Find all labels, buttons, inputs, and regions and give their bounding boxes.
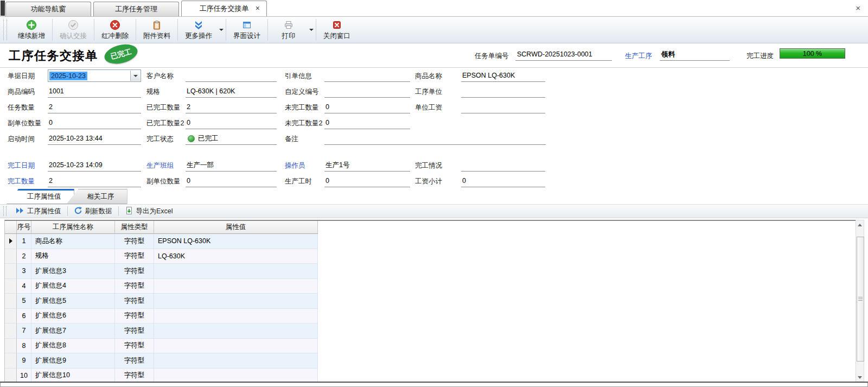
finished-qty2-field[interactable]: 0 [186,117,277,129]
production-team-field[interactable]: 生产一部 [186,159,277,172]
detail-tabbar: 工序属性值 相关工序 [0,188,868,204]
remark-label: 备注 [285,134,298,143]
export-excel-button[interactable]: 导出为Excel [120,205,178,218]
table-row[interactable]: 7 扩展信息7 字符型 [5,323,856,339]
close-window-button[interactable]: 关闭窗口 [316,18,358,42]
toolbar-grip[interactable] [3,20,7,40]
dropdown-caret-icon[interactable] [219,29,224,31]
task-no-field[interactable]: SCRWD-20251023-0001 [515,48,612,61]
aux-unit-qty2-label: 副单位数量 [146,176,181,186]
process-field[interactable]: 领料 [660,48,730,61]
scroll-down-arrow-icon[interactable] [856,373,864,382]
cell-value: EPSON LQ-630K [154,234,318,249]
cell-type: 字符型 [115,323,154,339]
finish-date-link-label[interactable]: 完工日期 [8,161,35,170]
aux-unit-qty2-field[interactable]: 0 [186,175,277,187]
toolbar-separator [67,206,68,216]
custom-no-field[interactable] [324,85,410,98]
row-selector-cell [5,323,17,339]
attachments-button[interactable]: 附件资料 [136,18,177,42]
process-unit-field[interactable] [461,85,545,98]
finish-situation-field[interactable] [461,159,545,172]
table-row[interactable]: 5 扩展信息5 字符型 [5,294,856,309]
toolbar-grip[interactable] [3,206,7,216]
finished-qty-field[interactable]: 2 [186,101,277,113]
progress-fill: 100 % [780,49,845,58]
finish-qty-field[interactable]: 2 [48,175,141,187]
table-row[interactable]: 6 扩展信息6 字符型 [5,309,856,324]
unfinished-qty-field[interactable]: 0 [324,101,410,113]
cell-type: 字符型 [115,339,154,354]
column-header-type[interactable]: 属性类型 [115,221,154,234]
wage-subtotal-field[interactable]: 0 [461,175,545,187]
cell-name: 扩展信息3 [31,264,115,279]
red-delete-button[interactable]: 红冲删除 [94,18,136,42]
tab-task-handover[interactable]: 工序任务交接单 × [181,1,267,16]
ref-info-field[interactable] [324,69,410,82]
cell-value: LQ-630K [154,249,318,264]
document-date-combobox[interactable]: 2025-10-23 [48,69,141,82]
column-header-num[interactable]: 序号 [17,221,31,234]
remark-field[interactable] [324,132,546,145]
table-row[interactable]: 9 扩展信息9 字符型 [5,353,856,369]
dropdown-caret-icon[interactable] [309,29,314,31]
column-header-name[interactable]: 工序属性名称 [31,221,115,234]
cell-num: 2 [17,249,31,264]
form-area: 单据日期 2025-10-23 客户名称 引单信息 商品名称 EPSON LQ-… [0,68,868,188]
scrollbar-thumb[interactable] [857,237,864,361]
table-row[interactable]: 4 扩展信息4 字符型 [5,279,856,294]
finish-date-field[interactable]: 2025-10-23 14:09 [48,159,141,172]
ui-design-window-icon [241,20,252,30]
tab-label: 工序任务交接单 [200,4,249,14]
tabbar-close-icon[interactable]: × [856,3,860,12]
process-link[interactable]: 生产工序 [625,52,652,61]
cell-type: 字符型 [115,279,154,294]
table-row[interactable]: 10 扩展信息10 字符型 [5,369,856,383]
combobox-selected-text: 2025-10-23 [49,72,87,80]
table-row[interactable]: 2 规格 字符型 LQ-630K [5,249,856,264]
unit-wage-field[interactable] [461,101,545,113]
product-name-field[interactable]: EPSON LQ-630K [461,69,545,82]
table-row[interactable]: 8 扩展信息8 字符型 [5,339,856,354]
vertical-scrollbar[interactable] [856,220,864,382]
print-button[interactable]: 打印 [268,18,309,42]
continue-add-button[interactable]: 继续新增 [11,18,52,42]
tab-process-attributes[interactable]: 工序属性值 [7,189,74,204]
refresh-data-button[interactable]: 刷新数据 [69,205,117,218]
tab-task-management[interactable]: 工序任务管理 [93,2,179,16]
row-selector-cell [5,309,17,324]
unfinished-qty2-field[interactable]: 0 [324,117,410,129]
button-label: 导出为Excel [136,207,173,216]
ui-design-button[interactable]: 界面设计 [226,18,267,42]
production-team-link-label[interactable]: 生产班组 [146,161,174,170]
table-row[interactable]: 1 商品名称 字符型 EPSON LQ-630K [5,234,856,249]
scroll-up-arrow-icon[interactable] [856,220,864,229]
tab-close-icon[interactable]: × [256,4,260,12]
more-actions-button[interactable]: 更多操作 [178,18,219,42]
confirm-handover-button[interactable]: 确认交接 [53,18,94,42]
combo-arrow-icon[interactable] [130,71,140,81]
page-title: 工序任务交接单 [9,48,98,64]
spec-field[interactable]: LQ-630K | 620K [186,85,277,98]
tab-nav-window[interactable]: 功能导航窗 [5,2,91,16]
start-time-field[interactable]: 2025-10-23 13:44 [48,132,141,145]
aux-unit-qty-field[interactable]: 0 [48,117,141,129]
column-header-value[interactable]: 属性值 [154,221,318,234]
production-hours-field[interactable]: 0 [324,175,410,187]
operator-link-label[interactable]: 操作员 [285,161,305,170]
attributes-grid: 序号 工序属性名称 属性类型 属性值 1 商品名称 字符型 EPSON LQ-6… [4,220,856,382]
finish-qty-link-label[interactable]: 完工数量 [8,176,35,186]
tab-related-processes[interactable]: 相关工序 [67,189,127,204]
window-bottom-border [0,382,868,383]
task-qty-field[interactable]: 2 [48,101,141,113]
cell-type: 字符型 [115,249,154,264]
product-code-field[interactable]: 1001 [48,85,141,98]
cell-value [154,294,318,309]
table-row[interactable]: 3 扩展信息3 字符型 [5,264,856,279]
process-attributes-button[interactable]: 工序属性值 [11,206,66,217]
confirm-check-icon [68,20,79,30]
unit-wage-label: 单位工资 [415,103,442,112]
operator-field[interactable]: 生产1号 [324,159,410,172]
customer-name-field[interactable] [186,69,277,82]
finish-status-field[interactable]: 已完工 [186,132,277,145]
